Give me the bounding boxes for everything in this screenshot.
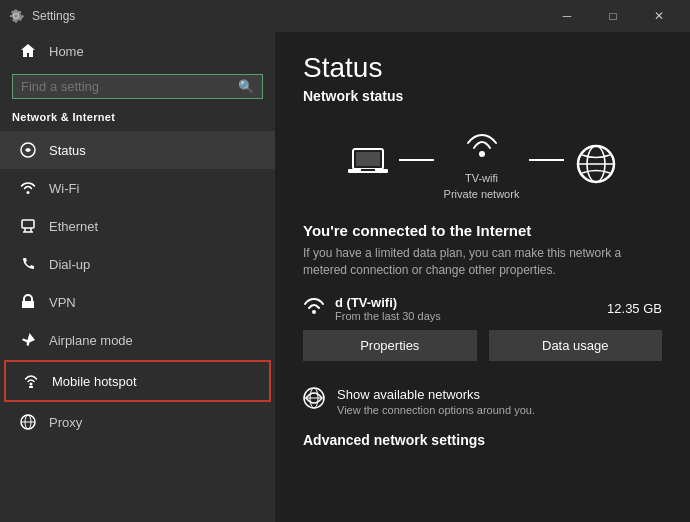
globe-icon [574, 142, 618, 186]
network-name-label: TV-wifi [465, 172, 498, 184]
ethernet-label: Ethernet [49, 219, 98, 234]
airplane-label: Airplane mode [49, 333, 133, 348]
sidebar-item-vpn[interactable]: VPN [0, 283, 275, 321]
search-input[interactable] [21, 79, 238, 94]
search-icon: 🔍 [238, 79, 254, 94]
show-networks-row[interactable]: Show available networks View the connect… [303, 379, 662, 424]
show-networks-sub: View the connection options around you. [337, 404, 535, 416]
connected-message: You're connected to the Internet [303, 222, 662, 239]
home-icon [19, 42, 37, 60]
close-button[interactable]: ✕ [636, 0, 682, 32]
status-label: Status [49, 143, 86, 158]
line-2 [529, 159, 564, 161]
btn-row: Properties Data usage [303, 330, 662, 361]
network-left: d (TV-wifi) From the last 30 days [303, 295, 441, 322]
ethernet-icon [19, 217, 37, 235]
proxy-label: Proxy [49, 415, 82, 430]
show-networks-title: Show available networks [337, 387, 535, 402]
dialup-label: Dial-up [49, 257, 90, 272]
svg-point-14 [479, 151, 485, 157]
home-label: Home [49, 44, 84, 59]
connected-sub: If you have a limited data plan, you can… [303, 245, 662, 279]
vpn-label: VPN [49, 295, 76, 310]
network-row: d (TV-wifi) From the last 30 days 12.35 … [303, 295, 662, 322]
sidebar-section-title: Network & Internet [0, 107, 275, 131]
main-content: Home 🔍 Network & Internet Status [0, 32, 690, 522]
svg-rect-13 [361, 169, 375, 171]
dialup-icon [19, 255, 37, 273]
connection-period: From the last 30 days [335, 310, 441, 322]
router-icon: TV-wifi Private network [444, 128, 520, 200]
svg-point-18 [312, 310, 316, 314]
network-diagram: TV-wifi Private network [303, 120, 662, 208]
laptop-icon [347, 147, 389, 181]
sidebar-item-home[interactable]: Home [0, 32, 275, 70]
data-usage-amount: 12.35 GB [607, 301, 662, 316]
wifi-signal-icon [303, 296, 325, 320]
network-info: d (TV-wifi) From the last 30 days [335, 295, 441, 322]
status-icon [19, 141, 37, 159]
svg-point-5 [30, 383, 33, 386]
sidebar-item-proxy[interactable]: Proxy [0, 403, 275, 441]
titlebar-title: Settings [32, 9, 75, 23]
hotspot-label: Mobile hotspot [52, 374, 137, 389]
network-type-label: Private network [444, 188, 520, 200]
maximize-button[interactable]: □ [590, 0, 636, 32]
data-usage-button[interactable]: Data usage [489, 330, 663, 361]
show-networks-text: Show available networks View the connect… [337, 387, 535, 416]
settings-icon [8, 8, 24, 24]
page-title: Status [303, 52, 662, 84]
advanced-title: Advanced network settings [303, 432, 662, 448]
line-1 [399, 159, 434, 161]
sidebar-item-ethernet[interactable]: Ethernet [0, 207, 275, 245]
airplane-icon [19, 331, 37, 349]
right-panel: Status Network status [275, 32, 690, 522]
sidebar-item-airplane[interactable]: Airplane mode [0, 321, 275, 359]
properties-button[interactable]: Properties [303, 330, 477, 361]
network-status-label: Network status [303, 88, 662, 104]
search-box[interactable]: 🔍 [12, 74, 263, 99]
titlebar-controls: ─ □ ✕ [544, 0, 682, 32]
vpn-icon [19, 293, 37, 311]
hotspot-icon [22, 372, 40, 390]
sidebar-item-dialup[interactable]: Dial-up [0, 245, 275, 283]
wifi-label: Wi-Fi [49, 181, 79, 196]
sidebar: Home 🔍 Network & Internet Status [0, 32, 275, 522]
minimize-button[interactable]: ─ [544, 0, 590, 32]
svg-rect-6 [29, 386, 33, 388]
wifi-icon [19, 179, 37, 197]
svg-rect-1 [22, 220, 34, 228]
connection-name: d (TV-wifi) [335, 295, 441, 310]
proxy-icon [19, 413, 37, 431]
sidebar-item-hotspot[interactable]: Mobile hotspot [4, 360, 271, 402]
svg-rect-11 [356, 152, 380, 166]
titlebar-left: Settings [8, 8, 75, 24]
titlebar: Settings ─ □ ✕ [0, 0, 690, 32]
sidebar-item-wifi[interactable]: Wi-Fi [0, 169, 275, 207]
networks-icon [303, 387, 325, 409]
sidebar-item-status[interactable]: Status [0, 131, 275, 169]
